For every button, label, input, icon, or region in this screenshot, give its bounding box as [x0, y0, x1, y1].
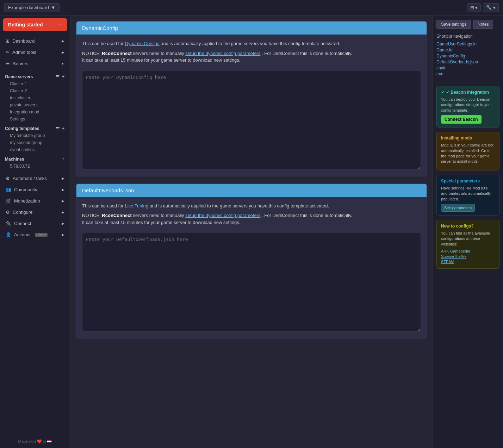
- mods-card: Installing mods Mod ID's in your config …: [436, 132, 499, 170]
- action-buttons: Save settings Notes: [436, 20, 499, 29]
- chevron-icon: ▶: [62, 233, 64, 237]
- dynamic-config-textarea[interactable]: [82, 71, 421, 169]
- see-parameters-button[interactable]: See parameters: [441, 204, 475, 212]
- machine-ip[interactable]: 5.78.80.72: [0, 163, 70, 170]
- integration-mod[interactable]: Integration mod: [0, 108, 70, 116]
- sidebar-footer: Made with ❤️ in 🇳🇱: [0, 435, 70, 448]
- shortcut-chain[interactable]: chain: [436, 66, 499, 70]
- edit-icon[interactable]: ✏: [56, 74, 60, 80]
- default-overloads-notice: NOTICE: RconConnect servers need to manu…: [82, 212, 421, 226]
- game-servers-header: Game servers ✏ ＋: [0, 72, 70, 80]
- getting-started-button[interactable]: Getting started →: [3, 18, 67, 31]
- getting-started-label: Getting started: [8, 22, 43, 27]
- template-group-2[interactable]: my second group: [0, 139, 70, 146]
- dynamic-config-block: DynamicConfig This can be used for Dynam…: [76, 21, 427, 176]
- topbar-left: Example dashboard ▼: [4, 3, 60, 12]
- template-group-1[interactable]: My template group: [0, 132, 70, 139]
- tools-icon-button[interactable]: 🔧 ▾: [483, 3, 499, 12]
- edit-templates-icon[interactable]: ✏: [56, 125, 60, 131]
- save-settings-button[interactable]: Save settings: [436, 20, 471, 29]
- shortcut-nav-title: Shortcut navigation: [436, 34, 499, 39]
- shortcut-end[interactable]: end: [436, 71, 499, 76]
- new-to-configs-card: New to configs? You can find all the ava…: [436, 220, 499, 269]
- mods-card-title: Installing mods: [441, 136, 495, 141]
- new-to-configs-text: You can find all the available configura…: [441, 231, 495, 247]
- setup-params-link-1[interactable]: setup the dynamic config parameters: [185, 51, 260, 56]
- setup-params-link-2[interactable]: setup the dynamic config parameters: [185, 213, 260, 218]
- topbar: Example dashboard ▼ ⊞ ▾ 🔧 ▾: [0, 0, 503, 15]
- beacon-card: ✓✓ Beacon integration You can deploy you…: [436, 86, 499, 127]
- chevron-icon: ▶: [62, 199, 64, 203]
- configure-icon: ⚙: [6, 210, 10, 215]
- config-templates-header: Config templates ✏ ＋: [0, 124, 70, 132]
- sidebar-item-dashboard[interactable]: ⊞Dashboard ▶: [1, 36, 69, 46]
- chevron-icon: ▶: [62, 222, 64, 225]
- notes-button[interactable]: Notes: [473, 20, 493, 29]
- sidebar-item-configure[interactable]: ⚙Configure ▶: [1, 207, 69, 218]
- sidebar-item-servers[interactable]: ☰Servers ▼: [1, 58, 69, 69]
- new-to-configs-title: New to configs?: [441, 224, 495, 229]
- shortcut-defaultoverloads[interactable]: DefaultOverloads.json: [436, 60, 499, 64]
- live-tuning-link[interactable]: Live Tuning: [125, 203, 148, 209]
- dynamic-config-intro: This can be used for Dynamic Configs and…: [82, 40, 421, 47]
- admin-tools-icon: ✏: [6, 50, 10, 55]
- sidebar-item-connect[interactable]: 🔌Connect ▶: [1, 218, 69, 229]
- beacon-card-text: You can deploy your Beacon configuration…: [441, 97, 495, 113]
- sidebar-bottom-nav: ⚙Automate / tasks ▶ 👥Community ▶ 🛒Moneti…: [0, 173, 70, 241]
- add-template-icon[interactable]: ＋: [61, 125, 65, 131]
- dynamic-config-header: DynamicConfig: [76, 21, 427, 35]
- main-layout: Getting started → ⊞Dashboard ▶ ✏Admin to…: [0, 15, 503, 448]
- server-cluster-2[interactable]: Cluster-2: [0, 87, 70, 94]
- add-icon[interactable]: ＋: [61, 74, 65, 80]
- shortcut-gameini[interactable]: Game.ini: [436, 48, 499, 52]
- dashboard-button[interactable]: Example dashboard ▼: [4, 3, 60, 12]
- special-params-text: Have settings like Mod ID's and banlist …: [441, 186, 495, 202]
- private-badge: Private: [35, 233, 48, 237]
- default-overloads-header: DefaultOverloads.json: [76, 184, 427, 197]
- check-icon: ✓: [441, 90, 445, 95]
- main-content: DynamicConfig This can be used for Dynam…: [70, 15, 433, 448]
- sidebar-main-nav: ⊞Dashboard ▶ ✏Admin tools ▶ ☰Servers ▼: [0, 34, 70, 71]
- survivetheark-link[interactable]: SurviveTheArk: [441, 254, 495, 259]
- servers-icon: ☰: [6, 61, 10, 66]
- server-private[interactable]: private servers: [0, 101, 70, 108]
- chevron-icon: ▶: [62, 210, 64, 214]
- sidebar: Getting started → ⊞Dashboard ▶ ✏Admin to…: [0, 15, 70, 448]
- topbar-right: ⊞ ▾ 🔧 ▾: [467, 3, 499, 12]
- dynamic-config-notice: NOTICE: RconConnect servers need to manu…: [82, 50, 421, 64]
- dynamic-config-body: This can be used for Dynamic Configs and…: [76, 35, 427, 176]
- shortcut-gameusersettings[interactable]: GameUserSettings.ini: [436, 42, 499, 46]
- sidebar-item-automate[interactable]: ⚙Automate / tasks ▶: [1, 173, 69, 184]
- sidebar-item-account[interactable]: 👤 Account Private ▶: [1, 229, 69, 240]
- server-cluster-1[interactable]: Cluster-1: [0, 80, 70, 87]
- ark-gamepedia-link[interactable]: ARK Gamepedia: [441, 249, 495, 253]
- getting-started-arrow: →: [57, 22, 62, 27]
- steam-link[interactable]: STEAM: [441, 260, 495, 264]
- settings[interactable]: Settings: [0, 116, 70, 123]
- dashboard-chevron: ▼: [51, 5, 56, 10]
- sidebar-item-community[interactable]: 👥Community ▶: [1, 184, 69, 195]
- template-group-3[interactable]: event configs: [0, 146, 70, 153]
- add-machine-icon[interactable]: ＋: [61, 156, 65, 162]
- connect-beacon-button[interactable]: Connect Beacon: [441, 115, 482, 124]
- monetization-icon: 🛒: [6, 198, 11, 204]
- mods-card-text: Mod ID's in your config are not automati…: [441, 143, 495, 164]
- sidebar-item-monetization[interactable]: 🛒Monetization ▶: [1, 195, 69, 206]
- grid-icon-button[interactable]: ⊞ ▾: [467, 3, 481, 12]
- default-overloads-textarea[interactable]: [82, 233, 421, 331]
- beacon-card-title: ✓✓ Beacon integration: [441, 90, 495, 95]
- default-overloads-block: DefaultOverloads.json This can be used f…: [76, 183, 427, 339]
- shortcut-dynamicconfig[interactable]: DynamicConfig: [436, 54, 499, 58]
- server-test-cluster[interactable]: test cluster: [0, 94, 70, 101]
- dashboard-icon: ⊞: [6, 38, 10, 44]
- right-panel: Save settings Notes Shortcut navigation …: [433, 15, 503, 448]
- chevron-icon: ▼: [61, 62, 64, 66]
- dynamic-configs-link[interactable]: Dynamic Configs: [125, 41, 159, 46]
- shortcut-navigation: Shortcut navigation GameUserSettings.ini…: [436, 34, 499, 76]
- special-params-title: Special parameters: [441, 179, 495, 183]
- sidebar-item-admin-tools[interactable]: ✏Admin tools ▶: [1, 47, 69, 58]
- default-overloads-intro: This can be used for Live Tuning and is …: [82, 203, 421, 210]
- default-overloads-body: This can be used for Live Tuning and is …: [76, 197, 427, 338]
- automate-icon: ⚙: [6, 176, 10, 181]
- connect-icon: 🔌: [6, 221, 11, 226]
